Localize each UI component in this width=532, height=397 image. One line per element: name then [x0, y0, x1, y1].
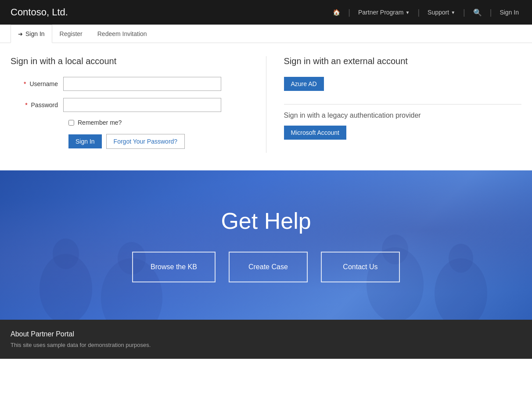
nav-divider-4: | [490, 8, 492, 17]
microsoft-account-button[interactable]: Microsoft Account [284, 126, 347, 140]
tab-register[interactable]: Register [52, 25, 90, 43]
partner-program-dropdown-icon: ▼ [405, 10, 410, 15]
username-required-star: * [24, 80, 26, 87]
username-group: * Username [11, 77, 248, 91]
local-account-panel: Sign in with a local account * Username … [11, 56, 266, 153]
tabs-bar: ➜ Sign In Register Redeem Invitation [0, 25, 532, 43]
local-account-title: Sign in with a local account [11, 56, 248, 66]
footer: About Partner Portal This site uses samp… [0, 320, 532, 359]
tab-sign-in-label: Sign In [25, 30, 45, 37]
remember-me-group: Remember me? [68, 119, 248, 126]
password-required-star: * [25, 101, 27, 108]
password-group: * Password [11, 98, 248, 112]
footer-title: About Partner Portal [11, 330, 521, 338]
signin-section: Sign in with a local account * Username … [0, 43, 532, 170]
partner-program-menu[interactable]: Partner Program ▼ [356, 9, 412, 16]
legacy-title: Sign in with a legacy authentication pro… [284, 112, 522, 119]
username-input[interactable] [63, 77, 221, 91]
tab-redeem-label: Redeem Invitation [97, 30, 147, 37]
password-label: * Password [11, 101, 63, 108]
password-input[interactable] [63, 98, 221, 112]
support-dropdown-icon: ▼ [451, 10, 455, 15]
home-icon: 🏠 [333, 9, 340, 16]
header: Contoso, Ltd. 🏠 | Partner Program ▼ | Su… [0, 0, 532, 25]
search-button[interactable]: 🔍 [471, 8, 485, 17]
azure-ad-button[interactable]: Azure AD [284, 77, 324, 91]
nav-divider-3: | [463, 8, 465, 17]
sign-in-button[interactable]: Sign In [68, 134, 102, 148]
sign-in-tab-icon: ➜ [18, 31, 23, 37]
home-button[interactable]: 🏠 [330, 9, 343, 16]
get-help-section: Get Help Browse the KB Create Case Conta… [0, 170, 532, 320]
search-icon: 🔍 [473, 9, 482, 16]
username-label: * Username [11, 80, 63, 87]
partner-program-label: Partner Program [358, 9, 403, 16]
header-signin-link[interactable]: Sign In [497, 9, 521, 16]
external-account-title: Sign in with an external account [284, 56, 522, 66]
tab-register-label: Register [60, 30, 83, 37]
contact-us-button[interactable]: Contact Us [321, 252, 400, 282]
nav-divider-1: | [348, 8, 350, 17]
forgot-password-button[interactable]: Forgot Your Password? [106, 134, 185, 149]
nav-divider-2: | [417, 8, 420, 17]
remember-me-label[interactable]: Remember me? [78, 119, 122, 126]
legacy-divider [284, 104, 522, 105]
remember-me-checkbox[interactable] [68, 120, 74, 126]
support-label: Support [428, 9, 449, 16]
get-help-title: Get Help [221, 208, 311, 234]
site-logo: Contoso, Ltd. [11, 7, 330, 18]
tab-redeem-invitation[interactable]: Redeem Invitation [90, 25, 155, 43]
form-actions: Sign In Forgot Your Password? [68, 134, 248, 149]
external-account-panel: Sign in with an external account Azure A… [266, 56, 522, 153]
get-help-wrapper: Get Help Browse the KB Create Case Conta… [0, 170, 532, 320]
create-case-button[interactable]: Create Case [229, 252, 308, 282]
get-help-buttons: Browse the KB Create Case Contact Us [132, 252, 400, 282]
hero-background [0, 170, 532, 320]
tab-sign-in[interactable]: ➜ Sign In [11, 25, 52, 43]
header-nav: 🏠 | Partner Program ▼ | Support ▼ | 🔍 | … [330, 8, 521, 17]
support-menu[interactable]: Support ▼ [425, 9, 458, 16]
footer-description: This site uses sample data for demonstra… [11, 342, 521, 348]
browse-kb-button[interactable]: Browse the KB [132, 252, 216, 282]
